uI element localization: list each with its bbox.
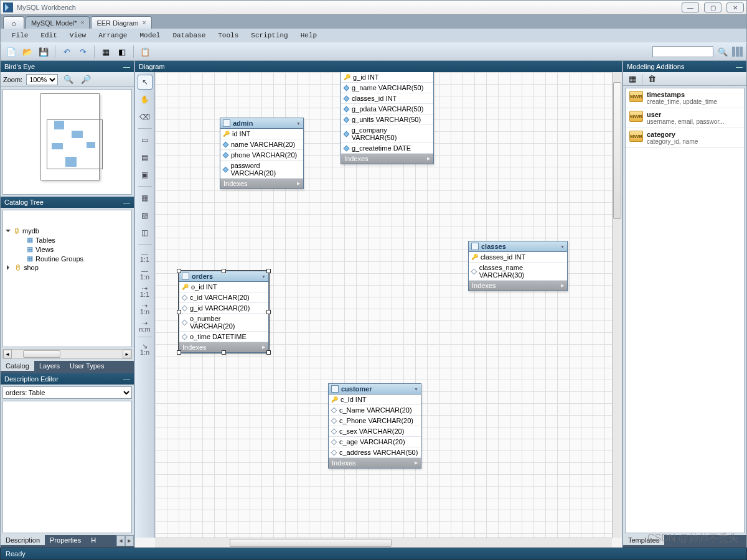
menu-arrange[interactable]: Arrange (92, 30, 133, 40)
diagram-canvas[interactable]: goods▼ 🔑g_id INT g_name VARCHAR(50) clas… (155, 72, 612, 538)
canvas-hscrollbar[interactable] (155, 538, 612, 548)
app-logo-icon (3, 2, 13, 12)
tree-shop[interactable]: shop (24, 264, 39, 271)
catalog-scrollbar[interactable]: ◄► (2, 349, 132, 359)
tab-description[interactable]: Description (1, 535, 45, 545)
table-customer[interactable]: customer▼ 🔑c_Id INT c_Name VARCHAR(20) c… (328, 383, 421, 469)
panel-minimize-icon[interactable]: — (123, 375, 130, 383)
tab-properties[interactable]: Properties (45, 535, 86, 545)
grid-icon[interactable]: ▦ (99, 45, 113, 58)
mwb-icon: MWB (629, 111, 643, 122)
column-icon (222, 166, 228, 172)
panel-grip-icon[interactable] (732, 47, 743, 57)
tabs-scroll-left-icon[interactable]: ◄ (116, 535, 125, 546)
mwb-icon: MWB (629, 131, 643, 142)
table-tool-icon[interactable]: ▦ (138, 190, 153, 205)
table-admin[interactable]: admin▼ 🔑id INT name VARCHAR(20) phone VA… (220, 118, 304, 189)
panel-minimize-icon[interactable]: — (736, 63, 743, 70)
tree-views[interactable]: Views (35, 246, 54, 253)
menu-view[interactable]: View (63, 30, 92, 40)
rel-nm-tool[interactable]: ⇢n:m (138, 318, 153, 333)
table-icon (223, 119, 230, 127)
eraser-tool-icon[interactable]: ⌫ (138, 110, 153, 124)
new-object-icon[interactable]: 📋 (138, 45, 152, 58)
catalog-tree[interactable]: 🛢mydb ▦Tables ▦Views ▦Routine Groups 🛢sh… (2, 210, 132, 347)
hand-tool-icon[interactable]: ✋ (138, 92, 153, 107)
rel-11b-tool[interactable]: ⇢1:1 (138, 283, 153, 298)
menu-edit[interactable]: Edit (34, 30, 63, 40)
document-tabstrip: ⌂ MySQL Model*× EER Diagram× (0, 15, 747, 29)
align-icon[interactable]: ◧ (115, 45, 129, 58)
column-icon (182, 319, 188, 325)
tab-close-icon[interactable]: × (81, 19, 85, 26)
view-tool-icon[interactable]: ▧ (138, 208, 153, 223)
layer-tool-icon[interactable]: ▭ (138, 133, 153, 147)
home-tab[interactable]: ⌂ (3, 16, 24, 29)
column-icon (331, 407, 337, 413)
panel-minimize-icon[interactable]: — (123, 63, 130, 70)
menu-database[interactable]: Database (166, 30, 212, 40)
open-file-icon[interactable]: 📂 (21, 45, 34, 58)
rel-1nb-tool[interactable]: ⇢1:n (138, 301, 153, 315)
tab-user-types[interactable]: User Types (65, 361, 109, 371)
tab-eer-diagram[interactable]: EER Diagram× (91, 16, 151, 29)
table-classes[interactable]: classes▼ 🔑classes_id INT classes_name VA… (468, 241, 568, 291)
table-goods[interactable]: goods▼ 🔑g_id INT g_name VARCHAR(50) clas… (341, 72, 434, 164)
additions-templates-icon[interactable]: ▦ (626, 72, 639, 86)
addition-timestamps[interactable]: MWBtimestampscreate_time, update_time (626, 88, 744, 108)
addition-user[interactable]: MWBuserusername, email, passwor... (626, 108, 744, 128)
rel-11-tool[interactable]: —1:1 (138, 248, 153, 263)
undo-icon[interactable]: ↶ (60, 45, 73, 58)
zoom-out-icon[interactable]: 🔎 (79, 73, 93, 86)
menu-tools[interactable]: Tools (212, 30, 245, 40)
views-icon: ▦ (27, 245, 33, 253)
menu-model[interactable]: Model (133, 30, 166, 40)
canvas-vscrollbar[interactable] (612, 72, 622, 538)
pointer-tool-icon[interactable]: ↖ (138, 75, 153, 90)
zoom-in-icon[interactable]: 🔍 (62, 73, 75, 86)
panel-minimize-icon[interactable]: — (123, 198, 130, 206)
description-textarea[interactable] (2, 401, 132, 533)
new-file-icon[interactable]: 📄 (4, 45, 18, 58)
routine-tool-icon[interactable]: ◫ (138, 225, 153, 240)
tabs-scroll-right-icon[interactable]: ► (125, 535, 134, 546)
pk-icon: 🔑 (331, 396, 338, 403)
search-input[interactable] (652, 46, 713, 57)
rel-1n-tool[interactable]: —1:n (138, 266, 153, 281)
additions-list[interactable]: MWBtimestampscreate_time, update_time MW… (625, 88, 745, 533)
tab-history[interactable]: H (86, 535, 101, 545)
table-orders[interactable]: orders▼ 🔑o_id INT c_id VARCHAR(20) g_id … (179, 271, 269, 353)
tab-layers[interactable]: Layers (34, 361, 65, 371)
description-target-select[interactable]: orders: Table (2, 386, 132, 399)
tree-routines[interactable]: Routine Groups (35, 255, 83, 263)
additions-delete-icon[interactable]: 🗑 (645, 72, 659, 86)
tables-icon: ▦ (27, 236, 33, 244)
close-button[interactable]: ✕ (726, 2, 744, 12)
menu-help[interactable]: Help (294, 30, 323, 40)
tab-catalog[interactable]: Catalog (1, 361, 34, 371)
column-icon (223, 141, 229, 147)
tab-close-icon[interactable]: × (143, 19, 146, 26)
note-tool-icon[interactable]: ▤ (138, 150, 153, 165)
menu-scripting[interactable]: Scripting (245, 30, 294, 40)
tab-mysql-model[interactable]: MySQL Model*× (26, 16, 90, 29)
tree-mydb[interactable]: mydb (22, 227, 39, 235)
menu-file[interactable]: File (6, 30, 34, 40)
image-tool-icon[interactable]: ▣ (138, 167, 153, 182)
save-icon[interactable]: 💾 (37, 45, 50, 58)
zoom-select[interactable]: 100% (26, 74, 58, 85)
maximize-button[interactable]: ▢ (704, 2, 721, 12)
addition-category[interactable]: MWBcategorycategory_id, name (626, 128, 744, 148)
table-icon (331, 385, 339, 393)
home-icon: ⌂ (12, 19, 16, 27)
birdseye-canvas[interactable] (2, 89, 132, 195)
tab-templates[interactable]: Templates (623, 535, 664, 545)
minimize-button[interactable]: — (682, 2, 699, 12)
column-icon (223, 152, 229, 158)
database-icon: 🛢 (13, 227, 20, 235)
column-icon (182, 305, 188, 311)
search-icon[interactable]: 🔍 (716, 45, 730, 58)
rel-1nc-tool[interactable]: ↘1:n (138, 341, 153, 356)
tree-tables[interactable]: Tables (35, 236, 55, 244)
redo-icon[interactable]: ↷ (76, 45, 90, 58)
